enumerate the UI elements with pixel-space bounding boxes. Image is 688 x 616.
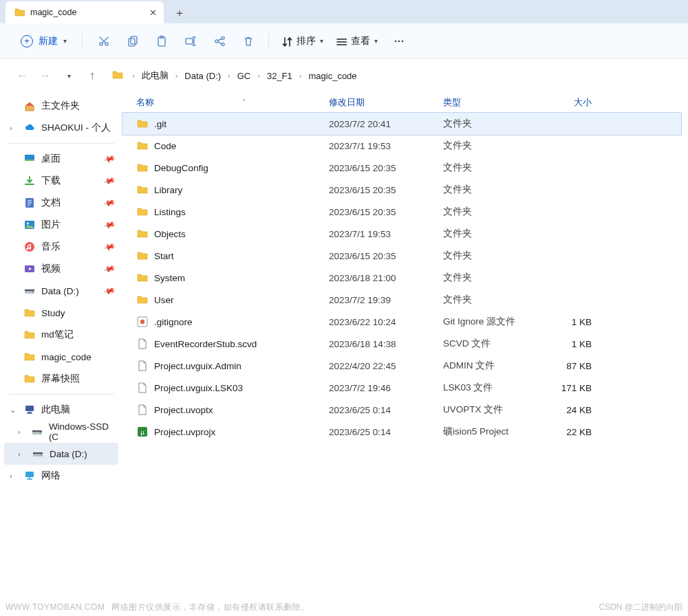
sort-dropdown[interactable]: 排序 ▾ xyxy=(276,35,329,47)
sidebar-quick-item[interactable]: Study xyxy=(4,302,118,324)
forward-button[interactable]: → xyxy=(36,66,55,85)
folder-icon xyxy=(136,272,149,284)
file-row[interactable]: Library2023/6/15 20:35文件夹 xyxy=(122,179,681,201)
breadcrumb-item[interactable]: 此电脑 xyxy=(140,68,170,83)
file-row[interactable]: Start2023/6/15 20:35文件夹 xyxy=(122,245,681,267)
paste-button[interactable] xyxy=(147,29,175,54)
file-row[interactable]: System2023/6/18 21:00文件夹 xyxy=(122,267,681,289)
sidebar-item-label: 下载 xyxy=(41,175,61,187)
new-tab-button[interactable]: ＋ xyxy=(168,3,191,23)
file-type: 文件夹 xyxy=(443,272,542,284)
file-date: 2023/6/25 0:14 xyxy=(329,405,443,415)
sidebar-item-this-pc[interactable]: ⌄ 此电脑 xyxy=(4,399,118,421)
column-header-name[interactable]: 名称 ˄ xyxy=(122,96,329,109)
toolbar: + 新建 ▾ 排序 ▾ 查看 ▾ xyxy=(0,23,688,59)
tab-active[interactable]: magic_code ✕ xyxy=(6,1,164,23)
breadcrumb-item[interactable]: magic_code xyxy=(307,69,358,82)
watermark-footer: WWW.TOYMOBAN.COM 网络图片仅供展示，非存储，如有侵权请联系删除。… xyxy=(6,602,682,613)
sidebar-item-label: 此电脑 xyxy=(41,404,70,416)
file-type: 文件夹 xyxy=(443,294,542,306)
sidebar-item-label: SHAOKUI - 个人 xyxy=(41,122,111,134)
file-type: SCVD 文件 xyxy=(443,338,542,350)
file-date: 2023/7/1 19:53 xyxy=(329,141,443,151)
sidebar-quick-item[interactable]: 视频📌 xyxy=(4,258,118,280)
file-row[interactable]: Objects2023/7/1 19:53文件夹 xyxy=(122,223,681,245)
file-name: Start xyxy=(154,251,174,261)
file-row[interactable]: Project.uvprojx2023/6/25 0:14礦ision5 Pro… xyxy=(122,421,681,443)
video-icon xyxy=(23,263,36,275)
file-type: 文件夹 xyxy=(443,206,542,218)
column-header-type[interactable]: 类型 xyxy=(443,96,542,109)
sort-label: 排序 xyxy=(297,35,316,47)
chevron-right-icon: › xyxy=(18,428,25,436)
column-header-date[interactable]: 修改日期 xyxy=(329,96,443,109)
folder-icon xyxy=(136,250,149,262)
back-button[interactable]: ← xyxy=(12,66,32,85)
sidebar-item-label: Data (D:) xyxy=(50,449,87,459)
sidebar-item-drive[interactable]: › Windows-SSD (C xyxy=(4,421,118,443)
chevron-right-icon: › xyxy=(173,72,181,80)
breadcrumb-item[interactable]: GC xyxy=(236,69,252,82)
column-header-size[interactable]: 大小 xyxy=(542,96,597,109)
delete-button[interactable] xyxy=(234,29,261,54)
file-date: 2023/7/2 20:41 xyxy=(329,119,443,129)
share-button[interactable] xyxy=(205,29,233,54)
sidebar-quick-item[interactable]: 下载📌 xyxy=(4,170,118,192)
copy-button[interactable] xyxy=(118,29,146,54)
file-row[interactable]: Project.uvguix.Admin2022/4/20 22:45ADMIN… xyxy=(122,355,681,377)
close-tab-button[interactable]: ✕ xyxy=(149,8,157,18)
pin-icon: 📌 xyxy=(103,196,116,210)
view-dropdown[interactable]: 查看 ▾ xyxy=(330,35,383,47)
breadcrumb-item[interactable]: 32_F1 xyxy=(266,69,294,82)
file-row[interactable]: Listings2023/6/15 20:35文件夹 xyxy=(122,201,681,223)
sidebar-item-label: magic_code xyxy=(41,352,92,362)
pin-icon: 📌 xyxy=(103,240,116,254)
rename-button[interactable] xyxy=(176,29,204,54)
breadcrumb-item[interactable]: Data (D:) xyxy=(183,69,222,82)
file-type: ADMIN 文件 xyxy=(443,360,542,372)
sidebar-quick-item[interactable]: 屏幕快照 xyxy=(4,368,118,390)
sidebar-quick-item[interactable]: 文档📌 xyxy=(4,192,118,214)
sidebar-quick-item[interactable]: 桌面📌 xyxy=(4,148,118,170)
sidebar-item-drive[interactable]: › Data (D:) xyxy=(4,443,118,465)
folder-icon xyxy=(136,206,149,218)
folder-icon xyxy=(136,162,149,174)
more-button[interactable] xyxy=(385,29,412,54)
file-type: 文件夹 xyxy=(443,250,542,262)
file-name: User xyxy=(154,295,174,305)
recent-locations-button[interactable]: ▾ xyxy=(59,66,78,85)
file-name: Objects xyxy=(154,229,186,239)
file-row[interactable]: Code2023/7/1 19:53文件夹 xyxy=(122,135,681,157)
image-icon xyxy=(23,219,36,231)
sidebar-item-label: 图片 xyxy=(41,219,61,231)
sidebar-quick-item[interactable]: magic_code xyxy=(4,346,118,368)
view-label: 查看 xyxy=(351,35,370,47)
file-name: Listings xyxy=(154,207,186,217)
folder-icon xyxy=(23,329,36,341)
new-button[interactable]: + 新建 ▾ xyxy=(12,31,75,52)
file-row[interactable]: .gitignore2023/6/22 10:24Git Ignore 源文件1… xyxy=(122,311,681,333)
file-row[interactable]: DebugConfig2023/6/15 20:35文件夹 xyxy=(122,157,681,179)
file-date: 2023/6/25 0:14 xyxy=(329,427,443,437)
sidebar-quick-item[interactable]: md笔记 xyxy=(4,324,118,346)
file-size: 87 KB xyxy=(542,361,597,371)
sidebar-item-network[interactable]: › 网络 xyxy=(4,465,118,487)
file-row[interactable]: Project.uvoptx2023/6/25 0:14UVOPTX 文件24 … xyxy=(122,399,681,421)
sidebar-item-home[interactable]: 主文件夹 xyxy=(4,95,118,117)
file-row[interactable]: .git2023/7/2 20:41文件夹 xyxy=(122,113,681,135)
file-row[interactable]: Project.uvguix.LSK032023/7/2 19:46LSK03 … xyxy=(122,377,681,399)
file-row[interactable]: User2023/7/2 19:39文件夹 xyxy=(122,289,681,311)
cut-button[interactable] xyxy=(89,29,117,54)
drive-icon xyxy=(32,448,44,460)
music-icon xyxy=(23,241,36,253)
up-button[interactable]: ↑ xyxy=(83,66,102,85)
file-row[interactable]: EventRecorderStub.scvd2023/6/18 14:38SCV… xyxy=(122,333,681,355)
sidebar-quick-item[interactable]: 音乐📌 xyxy=(4,236,118,258)
sidebar-quick-item[interactable]: Data (D:)📌 xyxy=(4,280,118,302)
sidebar-item-label: 桌面 xyxy=(41,153,61,165)
file-type: UVOPTX 文件 xyxy=(443,404,542,416)
sidebar-item-label: 视频 xyxy=(41,263,61,275)
chevron-right-icon: › xyxy=(129,72,138,80)
sidebar-quick-item[interactable]: 图片📌 xyxy=(4,214,118,236)
sidebar-item-onedrive[interactable]: › SHAOKUI - 个人 xyxy=(4,117,118,139)
